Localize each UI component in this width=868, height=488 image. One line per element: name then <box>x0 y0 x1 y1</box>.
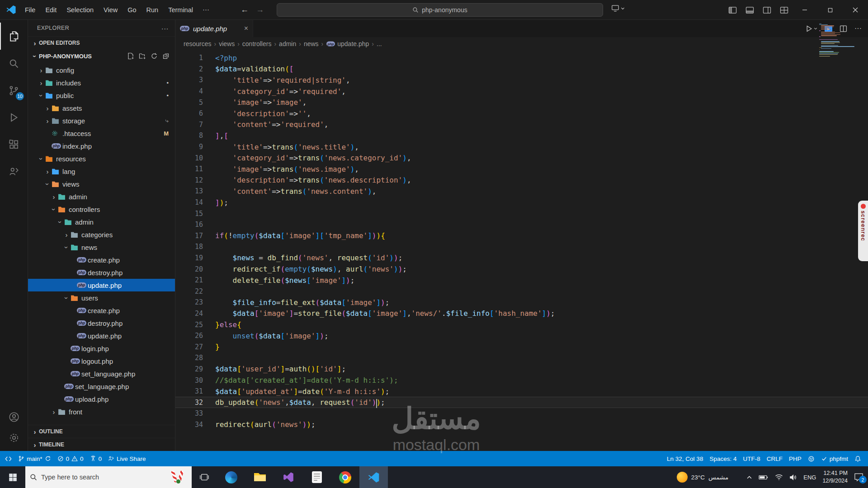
code-line-10[interactable]: 10 'category_id'=>trans('news.category_i… <box>175 152 868 164</box>
menu-selection[interactable]: Selection <box>61 3 99 17</box>
toggle-panel-icon[interactable] <box>742 4 757 16</box>
code-line-11[interactable]: 11 'image'=>trans('news.image'), <box>175 164 868 175</box>
folder-config[interactable]: ›config <box>28 64 175 76</box>
close-button[interactable] <box>843 0 868 20</box>
file-set_language.php[interactable]: phpset_language.php <box>28 367 175 380</box>
extensions-icon[interactable] <box>0 131 28 158</box>
code-line-7[interactable]: 7 'content'=>'required', <box>175 119 868 131</box>
file-create.php[interactable]: phpcreate.php <box>28 253 175 266</box>
folder-assets[interactable]: ›assets <box>28 102 175 114</box>
source-control-icon[interactable]: 10 <box>0 77 28 104</box>
code-line-25[interactable]: 25}else{ <box>175 319 868 330</box>
code-area[interactable]: 1<?php2$data=validation([3 'title'=>'req… <box>175 51 868 451</box>
explorer-icon[interactable] <box>0 23 28 50</box>
new-file-icon[interactable] <box>127 52 134 60</box>
collapse-folders-icon[interactable] <box>162 52 170 60</box>
open-editors-section[interactable]: › OPEN EDITORS <box>28 36 175 49</box>
taskbar-search-input[interactable] <box>41 474 150 481</box>
code-line-12[interactable]: 12 'description'=>trans('news.descriptio… <box>175 175 868 186</box>
breadcrumb-controllers[interactable]: controllers <box>242 40 272 47</box>
folder-lang[interactable]: ›lang <box>28 165 175 178</box>
code-line-14[interactable]: 14]); <box>175 197 868 208</box>
notepad-taskbar-icon[interactable] <box>302 466 331 488</box>
code-line-9[interactable]: 9 'title'=>trans('news.title'), <box>175 141 868 153</box>
network-icon[interactable] <box>775 474 783 480</box>
show-hidden-icons-chevron[interactable] <box>746 474 752 480</box>
folder-front[interactable]: ›front <box>28 405 175 418</box>
tab-update-php[interactable]: php update.php × <box>175 20 253 37</box>
volume-icon[interactable] <box>789 474 797 481</box>
screen-cast-icon[interactable] <box>611 4 625 12</box>
live-share-icon[interactable] <box>0 158 28 185</box>
code-line-1[interactable]: 1<?php <box>175 52 868 64</box>
code-line-22[interactable]: 22 <box>175 286 868 297</box>
folder-public[interactable]: ›public• <box>28 89 175 102</box>
code-line-3[interactable]: 3 'title'=>'required|string', <box>175 75 868 86</box>
file-login.php[interactable]: phplogin.php <box>28 342 175 355</box>
code-line-34[interactable]: 34redirect(aurl('news')); <box>175 419 868 431</box>
file-set_language.php[interactable]: phpset_language.php <box>28 380 175 393</box>
file-upload.php[interactable]: phpupload.php <box>28 393 175 405</box>
file-update.php[interactable]: phpupdate.php <box>28 279 175 291</box>
menu-edit[interactable]: Edit <box>40 3 61 17</box>
sidebar-more-actions-icon[interactable]: ··· <box>161 24 169 32</box>
formatter-item[interactable]: phpfmt <box>818 455 851 462</box>
file-index.php[interactable]: phpindex.php <box>28 140 175 152</box>
code-line-13[interactable]: 13 'content'=>trans('news.content'), <box>175 186 868 197</box>
menu-file[interactable]: File <box>20 3 40 17</box>
code-line-28[interactable]: 28 <box>175 352 868 364</box>
file-explorer-taskbar-icon[interactable] <box>245 466 274 488</box>
close-tab-icon[interactable]: × <box>244 24 248 33</box>
screenrec-widget[interactable]: screenrec <box>858 201 868 261</box>
code-line-17[interactable]: 17if(!empty($data['image']['tmp_name']))… <box>175 230 868 242</box>
new-folder-icon[interactable] <box>139 52 146 60</box>
code-line-15[interactable]: 15 <box>175 208 868 219</box>
breadcrumb-admin[interactable]: admin <box>279 40 296 47</box>
weather-widget[interactable]: 23°C مشمس <box>677 472 728 483</box>
code-line-8[interactable]: 8],[ <box>175 130 868 141</box>
action-center-icon[interactable]: 2 <box>854 473 863 482</box>
taskbar-clock[interactable]: 12:41 PM 12/9/2024 <box>822 469 848 485</box>
folder-news[interactable]: ›news <box>28 241 175 253</box>
folder-categories[interactable]: ›categories <box>28 228 175 241</box>
code-line-23[interactable]: 23 $file_info=file_ext($data['image']); <box>175 297 868 308</box>
remote-indicator[interactable] <box>2 455 15 462</box>
file-logout.php[interactable]: phplogout.php <box>28 355 175 367</box>
menu-run[interactable]: Run <box>142 3 164 17</box>
breadcrumb-resources[interactable]: resources <box>184 40 211 47</box>
file-destroy.php[interactable]: phpdestroy.php <box>28 266 175 279</box>
code-line-33[interactable]: 33 <box>175 408 868 419</box>
refresh-icon[interactable] <box>151 52 158 60</box>
menu-overflow-button[interactable]: ··· <box>198 3 214 17</box>
code-line-30[interactable]: 30//$data['created_at']=date('Y-m-d h:i:… <box>175 375 868 386</box>
task-view-button[interactable] <box>192 466 217 488</box>
cursor-position[interactable]: Ln 32, Col 38 <box>664 455 706 462</box>
command-center-search[interactable]: php-anonymous <box>277 3 603 17</box>
folder-storage[interactable]: ›storage⤷ <box>28 114 175 127</box>
breadcrumb-news[interactable]: news <box>304 40 319 47</box>
breadcrumb-update.php[interactable]: phpupdate.php <box>326 40 369 47</box>
battery-icon[interactable] <box>759 474 769 480</box>
code-line-2[interactable]: 2$data=validation([ <box>175 64 868 75</box>
feedback-smiley-icon[interactable] <box>805 455 818 462</box>
folder-includes[interactable]: ›includes• <box>28 76 175 89</box>
account-icon[interactable] <box>0 407 28 427</box>
indentation-setting[interactable]: Spaces: 4 <box>706 455 740 462</box>
input-language[interactable]: ENG <box>803 474 816 481</box>
back-button[interactable]: ← <box>237 4 252 16</box>
code-line-18[interactable]: 18 <box>175 241 868 253</box>
minimap[interactable] <box>819 23 858 57</box>
folder-users[interactable]: ›users <box>28 291 175 304</box>
run-debug-icon[interactable] <box>0 104 28 131</box>
code-line-24[interactable]: 24 $data['image']=store_file($data['imag… <box>175 308 868 319</box>
outline-section[interactable]: › OUTLINE <box>28 425 175 438</box>
menu-terminal[interactable]: Terminal <box>163 3 198 17</box>
menu-go[interactable]: Go <box>123 3 141 17</box>
folder-views[interactable]: ›views <box>28 178 175 190</box>
timeline-section[interactable]: › TIMELINE <box>28 438 175 451</box>
problems-item[interactable]: 0 0 <box>54 455 87 462</box>
folder-controllers[interactable]: ›controllers <box>28 203 175 216</box>
breadcrumb-...[interactable]: ... <box>377 40 382 47</box>
file-.htaccess[interactable]: .htaccessM <box>28 127 175 140</box>
code-line-19[interactable]: 19 $news = db_find('news', request('id')… <box>175 253 868 264</box>
